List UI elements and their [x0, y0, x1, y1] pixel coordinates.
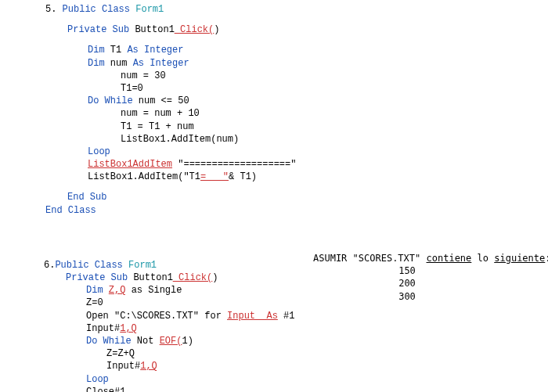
close-paren: ): [214, 24, 219, 35]
ex6-input2: Input#1,Q: [44, 360, 548, 372]
scores-note: ASUMIR "SCORES.TXT" contiene lo siguient…: [313, 252, 548, 303]
scores-value-3: 300: [313, 290, 501, 303]
eof-arg: 1): [182, 336, 193, 347]
err-additem: ListBox1AddItem: [88, 159, 172, 170]
kw-private-sub: Private Sub: [66, 272, 128, 283]
scores-note-label: ASUMIR "SCORES.TXT" contiene lo siguient…: [313, 252, 548, 264]
ex5-declaration: 5. Public Class Form1: [45, 3, 548, 16]
ex5-sub-decl: Private Sub Button1_Click(): [45, 23, 548, 36]
input-kw: Input#: [86, 323, 120, 334]
ex5-dim-t1: Dim T1 As Integer: [45, 44, 548, 56]
document-page: 5. Public Class Form1 Private Sub Button…: [0, 0, 548, 392]
ex6-zzq: Z=Z+Q: [44, 347, 548, 360]
method-name: Button1: [135, 24, 174, 35]
ex6-input1: Input#1,Q: [44, 322, 548, 335]
exercise-5: 5. Public Class Form1 Private Sub Button…: [45, 3, 548, 217]
scores-value-2: 200: [313, 277, 501, 290]
close-paren: ): [212, 272, 218, 283]
lo-text: lo: [478, 253, 489, 264]
ex6-do-while: Do While Not EOF(1): [44, 335, 548, 347]
kw-end-sub: End Sub: [45, 191, 548, 203]
hash1: #1: [283, 311, 294, 322]
method-name: Button1: [133, 272, 172, 283]
ex5-dim-num: Dim num As Integer: [45, 57, 548, 70]
kw-not: Not: [137, 336, 154, 347]
err-eq: = ": [200, 171, 229, 182]
err-input-as: Input As: [227, 311, 278, 322]
kw-as-integer: As Integer: [127, 45, 183, 56]
asumir-text: ASUMIR "SCORES.TXT": [313, 253, 420, 264]
sep-string: "===================": [178, 159, 296, 170]
err-eof: EOF(: [160, 336, 182, 347]
ex5-assign-t1: T1=0: [45, 82, 548, 95]
class-name: Form1: [135, 4, 164, 15]
ex5-assign-num: num = 30: [45, 70, 548, 82]
colon: :: [545, 253, 548, 264]
additem-prefix: ListBox1.AddItem("T1: [88, 171, 200, 182]
input-kw: Input#: [106, 361, 140, 372]
err-1q2: 1,Q: [140, 361, 157, 372]
kw-dim: Dim: [86, 285, 103, 296]
var-num: num: [110, 58, 128, 69]
err-zq: Z,Q: [109, 285, 126, 296]
ex6-number: 6.: [44, 260, 55, 271]
ex6-open: Open "C:\SCORES.TXT" for Input As #1: [44, 310, 548, 322]
kw-loop: Loop: [45, 146, 548, 158]
ex5-do-while: Do While num <= 50: [45, 95, 548, 107]
open-prefix: Open "C:\SCORES.TXT" for: [86, 311, 222, 322]
kw-dim: Dim: [88, 58, 105, 69]
kw-do-while: Do While: [86, 336, 132, 347]
cond: num <= 50: [139, 95, 189, 106]
kw-public-class: Public Class: [63, 4, 130, 15]
kw-loop: Loop: [44, 373, 548, 386]
as-single: as Single: [132, 285, 182, 296]
ex5-loop-body1: num = num + 10: [45, 107, 548, 120]
underlined-click: _Click(: [173, 272, 212, 283]
kw-private-sub: Private Sub: [67, 24, 129, 35]
kw-end-class: End Class: [45, 204, 548, 217]
underlined-click: _Click(: [175, 24, 214, 35]
err-1q: 1,Q: [120, 323, 137, 334]
var-t1: T1: [110, 45, 121, 56]
kw-dim: Dim: [88, 45, 105, 56]
ex5-additem-sep: ListBox1AddItem "===================": [45, 158, 548, 171]
contiene-text: contiene: [427, 253, 472, 264]
ex5-number: 5.: [45, 4, 56, 15]
kw-as-integer: As Integer: [133, 58, 189, 69]
ex5-loop-body2: T1 = T1 + num: [45, 120, 548, 133]
ex6-close: Close#1: [44, 386, 548, 392]
ex5-loop-body3: ListBox1.AddItem(num): [45, 133, 548, 146]
kw-do-while: Do While: [88, 95, 133, 106]
kw-public-class: Public Class: [55, 260, 122, 271]
ex5-additem-t1: ListBox1.AddItem("T1= "& T1): [45, 171, 548, 183]
additem-suffix: & T1): [229, 171, 257, 182]
class-name: Form1: [128, 260, 157, 271]
siguiente-text: siguiente: [494, 253, 545, 264]
scores-value-1: 150: [313, 264, 501, 277]
